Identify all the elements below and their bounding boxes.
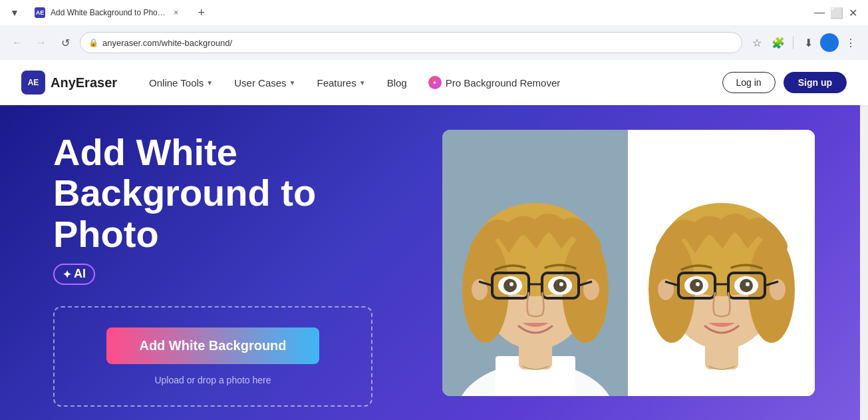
nav-auth: Log in Sign up: [722, 72, 847, 93]
nav-user-cases[interactable]: User Cases ▼: [234, 77, 295, 89]
upload-area[interactable]: Add White Background Upload or drop a ph…: [53, 306, 372, 407]
extensions-btn[interactable]: 🧩: [769, 33, 788, 52]
browser-chrome: ▼ AE Add White Background to Pho… × + — …: [0, 0, 868, 60]
url-text: anyeraser.com/white-background/: [102, 38, 734, 48]
login-button[interactable]: Log in: [722, 72, 776, 93]
site-navigation: AE AnyEraser Online Tools ▼ User Cases ▼…: [0, 60, 868, 105]
menu-btn[interactable]: ⋮: [841, 33, 860, 52]
window-controls: — ⬜ ✕: [814, 7, 863, 19]
online-tools-chevron: ▼: [206, 79, 213, 87]
maximize-btn[interactable]: ⬜: [830, 7, 843, 19]
scrollbar[interactable]: [860, 60, 868, 420]
hero-title-line2: Background to Photo ✦ AI: [53, 172, 416, 285]
lock-icon: 🔒: [88, 38, 98, 47]
nav-features[interactable]: Features ▼: [317, 77, 366, 89]
tab-close-btn[interactable]: ×: [171, 7, 182, 18]
browser-toolbar: ← → ↺ 🔒 anyeraser.com/white-background/ …: [0, 25, 868, 60]
hero-section: Add White Background to Photo ✦ AI Add W…: [0, 105, 868, 420]
svg-point-19: [509, 282, 513, 286]
active-tab[interactable]: AE Add White Background to Pho… ×: [27, 2, 190, 23]
before-after-container: [442, 130, 815, 396]
ai-badge: ✦ AI: [53, 264, 95, 285]
profile-btn[interactable]: 👤: [820, 33, 839, 52]
hero-image: [442, 130, 815, 396]
tab-title: Add White Background to Pho…: [51, 8, 166, 17]
browser-titlebar: ▼ AE Add White Background to Pho… × + — …: [0, 0, 868, 25]
svg-point-40: [696, 282, 700, 286]
back-btn[interactable]: ←: [8, 33, 27, 52]
svg-point-41: [746, 282, 750, 286]
add-white-background-button[interactable]: Add White Background: [106, 327, 319, 364]
nav-links: Online Tools ▼ User Cases ▼ Features ▼ B…: [149, 76, 722, 89]
pro-icon: ✦: [428, 76, 442, 89]
after-image: [629, 130, 815, 396]
new-tab-btn[interactable]: +: [192, 3, 211, 22]
svg-point-20: [559, 282, 563, 286]
upload-hint: Upload or drop a photo here: [154, 375, 271, 385]
refresh-btn[interactable]: ↺: [56, 33, 74, 52]
toolbar-separator: [793, 36, 794, 49]
site-logo[interactable]: AE AnyEraser: [21, 71, 117, 95]
plus-icon: ✦: [63, 269, 71, 281]
forward-btn[interactable]: →: [32, 33, 51, 52]
nav-pro-bg-remover[interactable]: ✦ Pro Background Remover: [428, 76, 561, 89]
download-btn[interactable]: ⬇: [799, 33, 817, 52]
brand-name: AnyEraser: [51, 75, 117, 91]
tab-dropdown-btn[interactable]: ▼: [5, 3, 24, 22]
hero-left: Add White Background to Photo ✦ AI Add W…: [53, 118, 416, 407]
bookmark-btn[interactable]: ☆: [748, 33, 766, 52]
toolbar-actions: ☆ 🧩 ⬇ 👤 ⋮: [748, 33, 860, 52]
website-content: AE AnyEraser Online Tools ▼ User Cases ▼…: [0, 60, 868, 420]
before-image: [442, 130, 629, 396]
features-chevron: ▼: [359, 79, 366, 87]
nav-online-tools[interactable]: Online Tools ▼: [149, 77, 213, 89]
signup-button[interactable]: Sign up: [784, 72, 847, 93]
hero-title-line1: Add White: [53, 132, 416, 173]
address-bar[interactable]: 🔒 anyeraser.com/white-background/: [80, 32, 742, 53]
tab-favicon: AE: [35, 7, 45, 18]
close-btn[interactable]: ✕: [849, 7, 857, 19]
nav-blog[interactable]: Blog: [387, 77, 407, 89]
before-after-divider: [628, 130, 629, 396]
hero-title: Add White Background to Photo ✦ AI: [53, 132, 416, 286]
browser-tabs: AE Add White Background to Pho… × +: [27, 2, 811, 23]
user-cases-chevron: ▼: [289, 79, 296, 87]
minimize-btn[interactable]: —: [814, 7, 825, 19]
logo-icon: AE: [21, 71, 45, 95]
